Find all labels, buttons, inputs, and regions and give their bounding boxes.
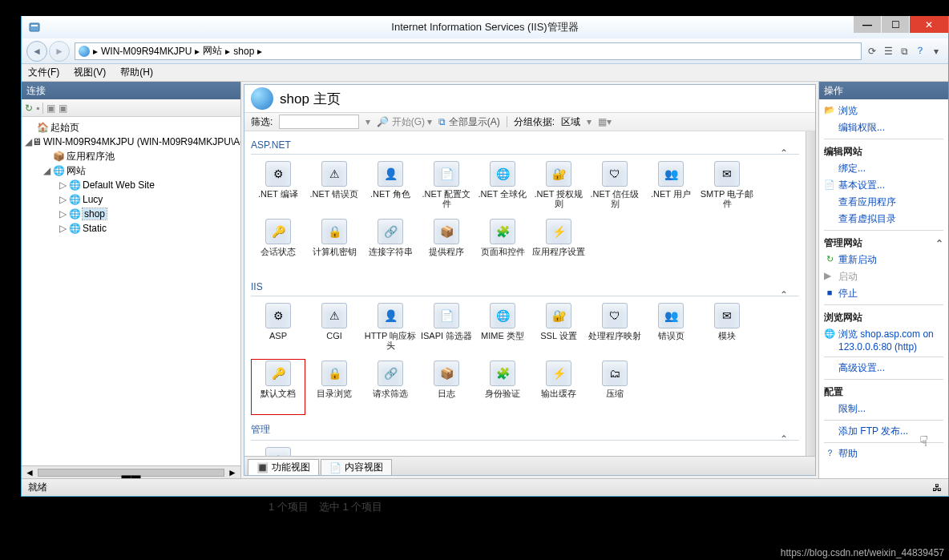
feature-icon[interactable]: 👤HTTP 响应标头 <box>363 301 418 357</box>
globe-icon <box>79 46 90 57</box>
breadcrumb-host[interactable]: WIN-M09R94MKJPU <box>101 46 192 57</box>
feature-icon[interactable]: 🧩身份验证 <box>475 359 530 415</box>
feature-icon[interactable]: 📦日志 <box>419 359 474 415</box>
menu-help[interactable]: 帮助(H) <box>120 66 153 79</box>
feature-icon[interactable]: 👥.NET 用户 <box>644 159 698 216</box>
maximize-button[interactable]: ☐ <box>882 16 909 33</box>
tree-site-static[interactable]: ▷🌐Static <box>22 221 240 236</box>
menu-file[interactable]: 文件(F) <box>28 66 59 79</box>
action-view-apps[interactable]: 查看应用程序 <box>824 194 943 211</box>
actions-panel: 操作 📂浏览 编辑权限... 编辑网站 绑定... 📄基本设置... 查看应用程… <box>818 82 948 478</box>
action-edit-perm[interactable]: 编辑权限... <box>824 119 943 136</box>
explorer-status-stray: 1 个项目 选中 1 个项目 <box>269 500 382 514</box>
group-collapse-button[interactable]: ⌃ <box>780 433 793 446</box>
tree-site-lucy[interactable]: ▷🌐Lucy <box>22 192 240 207</box>
action-view-vdir[interactable]: 查看虚拟目录 <box>824 211 943 228</box>
icon-view[interactable]: ASP.NET ⌃ ⚙.NET 编译⚠.NET 错误页👤.NET 角色📄.NET… <box>244 131 806 456</box>
group-collapse-button[interactable]: ⌃ <box>780 289 793 302</box>
iis-manager-window: Internet Information Services (IIS)管理器 —… <box>21 16 949 497</box>
minimize-button[interactable]: — <box>854 16 881 33</box>
feature-icon[interactable]: 🗂压缩 <box>588 359 642 415</box>
feature-icon[interactable]: ⚠.NET 错误页 <box>307 159 361 216</box>
feature-icon[interactable]: ✉模块 <box>700 301 754 357</box>
feature-icon[interactable]: 🔒计算机密钥 <box>307 217 361 273</box>
filter-input[interactable] <box>279 115 359 129</box>
group-collapse-button[interactable]: ⌃ <box>780 147 793 160</box>
action-explore[interactable]: 📂浏览 <box>824 103 943 119</box>
action-restart[interactable]: ↻重新启动 <box>824 252 943 268</box>
feature-icon[interactable]: ⚡输出缓存 <box>531 359 586 415</box>
tree-hscroll[interactable]: ◄▬▬► <box>22 465 240 478</box>
feature-icon[interactable]: 🛡.NET 信任级别 <box>588 159 642 216</box>
feature-icon[interactable]: 🧩页面和控件 <box>475 217 530 273</box>
breadcrumb-sites[interactable]: 网站 <box>203 44 222 58</box>
nav-forward-button[interactable]: ► <box>49 41 70 62</box>
feature-icon[interactable]: 🔗请求筛选 <box>363 359 418 415</box>
feature-icon[interactable]: 🛡处理程序映射 <box>588 301 642 357</box>
feature-icon[interactable]: 🔑默认文档 <box>251 359 305 415</box>
feature-icon[interactable]: ⚠CGI <box>307 301 361 357</box>
vscroll-handle[interactable] <box>806 131 815 456</box>
feature-icon[interactable]: 👤.NET 角色 <box>363 159 418 216</box>
group-by-value[interactable]: 区域 <box>561 115 580 129</box>
feature-icon[interactable]: ⚙ <box>251 445 305 456</box>
feature-icon[interactable]: 🔒目录浏览 <box>307 359 361 415</box>
feature-icon[interactable]: 📄ISAPI 筛选器 <box>419 301 474 357</box>
feature-icon[interactable]: 🌐MIME 类型 <box>475 301 530 357</box>
feature-icon[interactable]: 🔑会话状态 <box>251 217 305 273</box>
group-iis-label: IIS <box>251 278 799 294</box>
filter-show-all[interactable]: 全部显示(A) <box>449 116 500 127</box>
tree-start-page[interactable]: 🏠起始页 <box>22 120 240 135</box>
feature-icon[interactable]: ✉SMTP 电子邮件 <box>700 159 754 216</box>
group-mgmt-label: 管理 <box>251 420 799 438</box>
view-tabs: 🔳功能视图 📄内容视图 <box>244 456 815 475</box>
feature-icon[interactable]: 👥错误页 <box>644 301 698 357</box>
action-browse-link[interactable]: 🌐浏览 shop.asp.com on 123.0.0.6:80 (http) <box>824 326 943 354</box>
nav-dropdown-icon[interactable]: ▾ <box>929 44 943 58</box>
stop-icon: ■ <box>824 287 835 298</box>
action-adv-settings[interactable]: 高级设置... <box>824 360 943 377</box>
tree-stop-icon[interactable]: ▣ <box>59 103 67 114</box>
filter-go[interactable]: 开始(G) <box>392 116 425 127</box>
feature-icon[interactable]: ⚙.NET 编译 <box>251 159 305 216</box>
nav-toolbar-icon[interactable]: ⟳ <box>865 44 879 58</box>
action-limits[interactable]: 限制... <box>824 401 943 417</box>
restart-icon: ↻ <box>824 253 835 264</box>
tree-sites[interactable]: ◢🌐网站 <box>22 163 240 178</box>
tree-site-shop[interactable]: ▷🌐shop <box>22 207 240 221</box>
feature-icon[interactable]: 🔐.NET 授权规则 <box>531 159 586 216</box>
tree-refresh-icon[interactable]: ↻ <box>25 103 33 114</box>
feature-icon[interactable]: 🌐.NET 全球化 <box>475 159 530 216</box>
menu-view[interactable]: 视图(V) <box>74 66 106 79</box>
tree-host[interactable]: ◢🖥WIN-M09R94MKJPU (WIN-M09R94MKJPU\Admin… <box>22 135 240 149</box>
feature-icon[interactable]: 📦提供程序 <box>419 217 474 273</box>
action-stop[interactable]: ■停止 <box>824 285 943 302</box>
feature-icon[interactable]: 🔗连接字符串 <box>363 217 418 273</box>
feature-icon[interactable]: ⚙ASP <box>251 301 305 357</box>
nav-toolbar-icon[interactable]: ☰ <box>881 44 895 58</box>
statusbar: 就绪 🖧 <box>22 478 948 496</box>
section-collapse-icon[interactable]: ⌃ <box>935 238 943 249</box>
tree-add-icon[interactable]: ▪ <box>36 103 39 114</box>
nav-back-button[interactable]: ◄ <box>26 41 47 62</box>
feature-icon[interactable]: 🔐SSL 设置 <box>531 301 586 357</box>
nav-help-icon[interactable]: ？ <box>913 44 927 58</box>
connection-tree[interactable]: 🏠起始页 ◢🖥WIN-M09R94MKJPU (WIN-M09R94MKJPU\… <box>22 117 240 465</box>
nav-toolbar-icon[interactable]: ⧉ <box>897 44 911 58</box>
tree-up-icon[interactable]: ▣ <box>46 103 55 114</box>
folder-open-icon: 📂 <box>824 104 835 115</box>
breadcrumb-site[interactable]: shop <box>233 46 254 57</box>
action-bindings[interactable]: 绑定... <box>824 160 943 177</box>
close-button[interactable]: ✕ <box>910 16 948 33</box>
feature-icon[interactable]: 📄.NET 配置文件 <box>419 159 474 216</box>
feature-icon[interactable]: ⚡应用程序设置 <box>531 217 586 273</box>
tab-content[interactable]: 📄内容视图 <box>321 459 392 475</box>
connections-header: 连接 <box>22 82 240 99</box>
tree-app-pool[interactable]: 📦应用程序池 <box>22 149 240 163</box>
tab-features[interactable]: 🔳功能视图 <box>248 459 319 475</box>
config-heading: 配置 <box>824 382 943 401</box>
window-title: Internet Information Services (IIS)管理器 <box>22 20 948 34</box>
action-basic-settings[interactable]: 📄基本设置... <box>824 177 943 194</box>
breadcrumb[interactable]: ▸ WIN-M09R94MKJPU ▸ 网站 ▸ shop ▸ <box>75 42 862 60</box>
tree-site-default[interactable]: ▷🌐Default Web Site <box>22 178 240 192</box>
